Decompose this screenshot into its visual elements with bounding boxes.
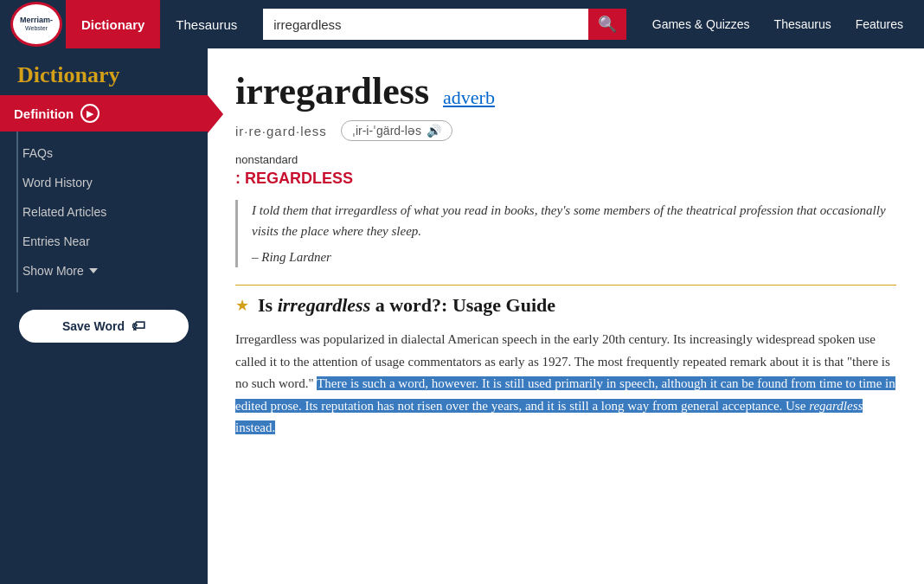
quote-word: irregardless [335,203,397,217]
word-header: irregardless adverb [235,69,896,113]
chevron-down-icon [89,268,98,273]
sidebar-item-faqs[interactable]: FAQs [0,138,208,168]
logo[interactable]: Merriam- Webster [10,2,62,47]
phonetic-badge[interactable]: ˌir-i-ˈgärd-ləs 🔊 [341,120,452,141]
nav-features[interactable]: Features [845,17,914,31]
usage-body-2: reputation has not risen over the years,… [318,399,809,413]
nav-right: Games & Quizzes Thesaurus Features [642,17,914,31]
usage-body: Irregardless was popularized in dialecta… [235,329,896,440]
word-title: irregardless [235,69,429,113]
search-button[interactable]: 🔍 [588,9,626,40]
logo-text-bottom: Webster [25,25,48,32]
sidebar-dict-label: Dictionary [0,48,208,95]
sidebar-item-entries-near[interactable]: Entries Near [0,227,208,256]
quote-attribution: – Ring Lardner [252,247,896,267]
sidebar-nav-list: FAQs Word History Related Articles Entri… [0,132,208,292]
save-word-container: Save Word 🏷︎ [0,292,208,360]
sidebar-item-related-articles[interactable]: Related Articles [0,197,208,227]
blockquote: I told them that irregardless of what yo… [235,200,896,267]
top-nav: Merriam- Webster Dictionary Thesaurus 🔍 … [0,0,924,48]
definition-link-colon: : [235,170,245,187]
bookmark-icon: 🏷︎ [132,318,145,334]
usage-title: Is irregardless a word?: Usage Guide [258,294,555,317]
usage-divider [235,285,896,286]
logo-text-top: Merriam- [20,16,53,25]
usage-icon: ★ [235,296,249,315]
sidebar-def-label: Definition [14,106,74,121]
main-layout: Dictionary Definition ▶ FAQs Word Histor… [0,48,924,584]
sidebar: Dictionary Definition ▶ FAQs Word Histor… [0,48,208,584]
save-word-button[interactable]: Save Word 🏷︎ [17,308,190,344]
save-word-label: Save Word [62,319,125,333]
definition-link[interactable]: : REGARDLESS [235,170,896,188]
sidebar-def-icon: ▶ [80,104,99,123]
nonstandard-label: nonstandard [235,153,896,166]
quote-text: I told them that irregardless of what yo… [252,200,896,241]
nav-thesaurus-right[interactable]: Thesaurus [764,17,842,31]
speaker-icon: 🔊 [427,124,441,138]
sidebar-item-definition[interactable]: Definition ▶ [0,95,208,132]
word-phonetic-row: ir·re·gard·less ˌir-i-ˈgärd-ləs 🔊 [235,120,896,141]
search-container: 🔍 [263,9,626,40]
word-split: ir·re·gard·less [235,124,327,138]
nav-games-quizzes[interactable]: Games & Quizzes [642,17,760,31]
show-more-label: Show More [22,264,84,278]
word-pos[interactable]: adverb [443,87,495,109]
usage-body-regardless: regardless [809,399,863,413]
sidebar-item-word-history[interactable]: Word History [0,168,208,197]
usage-heading: ★ Is irregardless a word?: Usage Guide [235,294,896,317]
phonetic-text: ˌir-i-ˈgärd-ləs [352,124,421,138]
definition-link-text: REGARDLESS [245,170,353,187]
search-input[interactable] [263,9,588,40]
tab-dictionary[interactable]: Dictionary [66,0,160,48]
sidebar-item-show-more[interactable]: Show More [0,256,208,286]
tab-thesaurus[interactable]: Thesaurus [160,0,253,48]
usage-body-3: instead. [235,420,275,434]
main-content: irregardless adverb ir·re·gard·less ˌir-… [208,48,924,584]
